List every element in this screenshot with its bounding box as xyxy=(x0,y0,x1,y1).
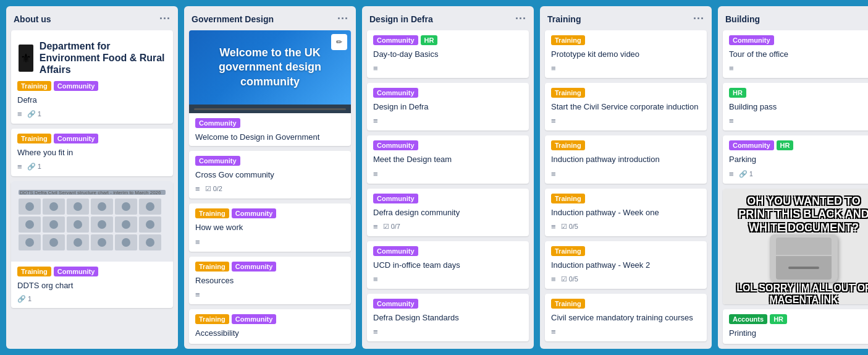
card-text[interactable]: TrainingCivil service mandatory training… xyxy=(545,294,707,341)
tag-community: Community xyxy=(373,140,418,150)
org-avatar xyxy=(74,220,82,229)
description-icon xyxy=(195,290,200,299)
card-title: Civil service mandatory training courses xyxy=(551,312,701,323)
card-text[interactable]: HRBuilding pass xyxy=(723,83,868,130)
card-text[interactable]: CommunityTour of the office xyxy=(723,30,868,78)
card-text[interactable]: TrainingCommunityResources xyxy=(189,257,351,304)
checklist-count: ☑ 0/5 xyxy=(561,223,578,231)
card-org-chart[interactable]: DDTS Defra Civil Servant structure chart… xyxy=(11,181,173,308)
video-progress-bar xyxy=(194,108,346,110)
org-avatar xyxy=(25,220,34,229)
attachment-count: 🔗 1 xyxy=(17,295,32,303)
description-icon xyxy=(551,275,556,284)
column-menu-button[interactable]: ··· xyxy=(337,12,348,25)
card-text[interactable]: TrainingInduction pathway - Week one☑ 0/… xyxy=(545,189,707,236)
org-chart-visual: DDTS Defra Civil Servant structure chart… xyxy=(16,187,168,255)
tag-community: Community xyxy=(729,35,774,45)
tag-training: Training xyxy=(551,194,585,203)
card-text[interactable]: TrainingStart the Civil Service corporat… xyxy=(545,83,707,130)
meme-image: OH YOU WANTED TO PRINT THIS BLACK AND WH… xyxy=(723,189,868,304)
meme-top-text: OH YOU WANTED TO PRINT THIS BLACK AND WH… xyxy=(729,195,868,235)
card-tags: TrainingCommunity xyxy=(195,314,345,327)
org-row xyxy=(19,199,166,215)
checklist-count: ☑ 0/2 xyxy=(205,185,222,193)
column-menu-button[interactable]: ··· xyxy=(159,12,171,25)
tag-community: Community xyxy=(54,267,99,276)
card-title: Start the Civil Service corporate induct… xyxy=(551,101,701,113)
tag-training: Training xyxy=(17,134,51,143)
card-text[interactable]: CommunityCross Gov community☑ 0/2 xyxy=(189,151,351,199)
tag-training: Training xyxy=(195,314,229,324)
card-tags: Training xyxy=(551,88,701,100)
card-tags: Community xyxy=(373,140,523,153)
description-icon xyxy=(551,64,556,73)
tag-community: Community xyxy=(373,299,418,309)
card-text[interactable]: CommunityHRDay-to-day Basics xyxy=(367,30,529,78)
card-tags: Community xyxy=(195,156,345,168)
card-meme[interactable]: OH YOU WANTED TO PRINT THIS BLACK AND WH… xyxy=(723,189,868,304)
card-text[interactable]: TrainingPrototype kit demo video xyxy=(545,30,707,78)
description-icon xyxy=(729,116,734,126)
card-text[interactable]: CommunityHRParking🔗 1 xyxy=(723,135,868,183)
card-title: Induction pathway - Week 2 xyxy=(551,260,701,271)
column-government-design: Government Design···Welcome to the UK go… xyxy=(184,6,356,349)
org-cell xyxy=(67,216,89,233)
card-text[interactable]: CommunityDesign in Defra xyxy=(367,83,529,130)
card-tags: Community xyxy=(195,118,345,130)
tag-community: Community xyxy=(232,262,277,272)
card-title: Printing xyxy=(729,328,868,339)
card-text[interactable]: TrainingInduction pathway - Week 2☑ 0/5 xyxy=(545,241,707,289)
column-title: Design in Defra xyxy=(369,14,433,24)
tag-training: Training xyxy=(551,246,585,256)
card-title: UCD in-office team days xyxy=(373,260,523,271)
description-icon xyxy=(373,327,378,336)
card-text[interactable]: TrainingCommunityHow we work xyxy=(189,203,351,251)
card-text[interactable]: CommunityUCD in-office team days xyxy=(367,241,529,289)
org-cell xyxy=(43,199,65,215)
org-cell xyxy=(91,234,113,250)
card-dept-logo[interactable]: ⚜Department for Environment Food & Rural… xyxy=(11,30,173,124)
description-icon xyxy=(17,109,22,119)
org-avatar xyxy=(74,202,82,211)
card-text[interactable]: TrainingCommunityAccessibility xyxy=(189,309,351,344)
description-icon xyxy=(373,64,378,73)
org-cell xyxy=(139,216,161,233)
column-menu-button[interactable]: ··· xyxy=(515,12,526,25)
org-cell xyxy=(43,234,65,250)
card-title: Where you fit in xyxy=(17,147,167,158)
attachment-count: 🔗 1 xyxy=(27,110,41,118)
column-title: Training xyxy=(547,14,581,24)
column-title: Building xyxy=(725,14,760,24)
card-tags: Community xyxy=(373,246,523,259)
video-edit-button[interactable]: ✏ xyxy=(331,34,347,50)
tag-training: Training xyxy=(17,267,51,276)
card-title: Prototype kit demo video xyxy=(551,49,701,60)
dept-crest-icon: ⚜ xyxy=(19,45,33,72)
org-avatar xyxy=(98,220,106,229)
card-text[interactable]: CommunityDefra design community☑ 0/7 xyxy=(367,189,529,236)
card-text[interactable]: CommunityMeet the Design team xyxy=(367,135,529,183)
card-text[interactable]: CommunityDefra Design Standards xyxy=(367,294,529,341)
tag-community: Community xyxy=(373,194,418,203)
column-design-in-defra: Design in Defra···CommunityHRDay-to-day … xyxy=(362,6,534,349)
card-tags: Community xyxy=(729,35,868,48)
org-avatar xyxy=(146,238,154,247)
meme-bottom-text: LOL SORRY I'M ALL OUT OF MAGENTA INK xyxy=(729,282,868,304)
card-tags: TrainingCommunity xyxy=(195,262,345,274)
org-cell xyxy=(67,234,89,250)
description-icon xyxy=(373,116,378,126)
card-title: Induction pathway - Week one xyxy=(551,207,701,218)
org-cell xyxy=(115,199,137,215)
card-text[interactable]: TrainingInduction pathway introduction xyxy=(545,135,707,183)
card-text[interactable]: TrainingCommunityWhere you fit in🔗 1 xyxy=(11,129,173,176)
org-cell xyxy=(19,216,41,233)
tag-hr: HR xyxy=(729,88,746,98)
card-tags: Community xyxy=(373,299,523,311)
card-tags: TrainingCommunity xyxy=(17,81,167,93)
card-tags: TrainingCommunity xyxy=(17,267,167,279)
column-menu-button[interactable]: ··· xyxy=(693,12,704,25)
card-video[interactable]: Welcome to the UK government design comm… xyxy=(189,30,351,146)
card-tags: Training xyxy=(551,246,701,259)
tag-community: Community xyxy=(54,134,99,143)
card-text[interactable]: AccountsHRPrinting xyxy=(723,309,868,344)
